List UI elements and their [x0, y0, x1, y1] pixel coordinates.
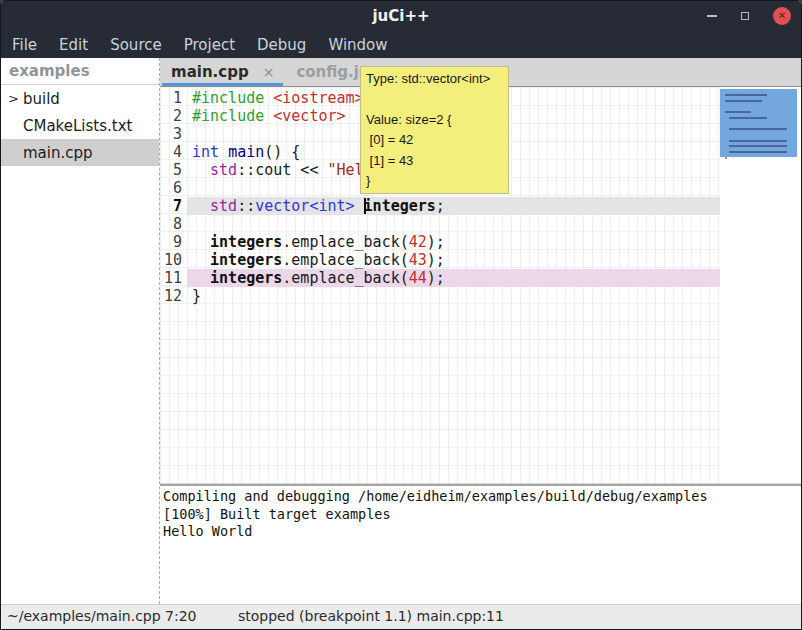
tooltip-line: [0] = 42 — [366, 130, 503, 150]
output-panel[interactable]: Compiling and debugging /home/eidheim/ex… — [160, 484, 801, 604]
line-number[interactable]: 8 — [160, 215, 187, 233]
output-line: Compiling and debugging /home/eidheim/ex… — [163, 488, 801, 506]
code-line-12[interactable]: 12} — [160, 287, 720, 305]
line-number[interactable]: 12 — [160, 287, 187, 305]
minimize-icon[interactable] — [707, 15, 717, 17]
window-controls: ✕ — [707, 1, 791, 31]
code-line-8[interactable]: 8 — [160, 215, 720, 233]
file-name: build — [23, 90, 60, 108]
file-name: CMakeLists.txt — [23, 117, 132, 135]
tooltip-line — [366, 89, 503, 109]
code-text — [187, 215, 720, 233]
minimap-viewport[interactable] — [720, 89, 797, 157]
status-bar: ~/examples/main.cpp 7:20 stopped (breakp… — [1, 604, 801, 629]
minimap-code-line — [729, 117, 766, 119]
minimap — [720, 87, 801, 483]
app-window: juCi++ ✕ FileEditSourceProjectDebugWindo… — [0, 0, 802, 630]
code-line-10[interactable]: 10 integers.emplace_back(43); — [160, 251, 720, 269]
tab-label: main.cpp — [171, 63, 249, 81]
minimap-code-line — [729, 145, 786, 147]
status-file-position: ~/examples/main.cpp 7:20 — [7, 608, 197, 624]
status-debug-state: stopped (breakpoint 1.1) main.cpp:11 — [238, 608, 504, 624]
code-text: std::vector<int> integers; — [187, 197, 720, 215]
line-number[interactable]: 2 — [160, 107, 187, 125]
close-icon[interactable]: ✕ — [773, 7, 791, 25]
text-cursor — [364, 198, 366, 214]
tab-close-icon[interactable]: × — [263, 64, 275, 80]
titlebar: juCi++ ✕ — [1, 1, 801, 31]
tooltip-line: Value: size=2 { — [366, 110, 503, 130]
code-text: } — [187, 287, 720, 305]
minimap-code-line — [725, 100, 762, 102]
minimap-code-line — [729, 140, 786, 142]
menu-item-project[interactable]: Project — [175, 36, 244, 54]
menu-item-source[interactable]: Source — [101, 36, 171, 54]
chevron-right-icon[interactable]: > — [8, 91, 19, 106]
output-line: [100%] Built target examples — [163, 506, 801, 524]
file-tree: >buildCMakeLists.txtmain.cpp — [1, 85, 159, 166]
minimap-code-line — [725, 94, 767, 96]
window-title: juCi++ — [372, 7, 429, 25]
file-tree-item-cmakelists-txt[interactable]: CMakeLists.txt — [1, 112, 159, 139]
line-number[interactable]: 7 — [160, 197, 187, 215]
menu-bar: FileEditSourceProjectDebugWindow — [1, 31, 801, 58]
file-tree-item-main-cpp[interactable]: main.cpp — [1, 139, 159, 166]
menu-item-file[interactable]: File — [3, 36, 46, 54]
tab-main-cpp[interactable]: main.cpp× — [160, 58, 285, 86]
line-number[interactable]: 4 — [160, 143, 187, 161]
minimap-code-line — [729, 151, 786, 153]
code-line-7[interactable]: 7 std::vector<int> integers; — [160, 197, 720, 215]
menu-item-debug[interactable]: Debug — [248, 36, 315, 54]
debug-value-tooltip: Type: std::vector<int> Value: size=2 { [… — [360, 66, 509, 194]
line-number[interactable]: 9 — [160, 233, 187, 251]
tooltip-line: Type: std::vector<int> — [366, 69, 503, 89]
line-number[interactable]: 10 — [160, 251, 187, 269]
tooltip-line: [1] = 43 — [366, 151, 503, 171]
output-line: Hello World — [163, 523, 801, 541]
menu-item-window[interactable]: Window — [319, 36, 396, 54]
code-text: integers.emplace_back(42); — [187, 233, 720, 251]
menu-item-edit[interactable]: Edit — [50, 36, 97, 54]
line-number[interactable]: 6 — [160, 179, 187, 197]
line-number[interactable]: 3 — [160, 125, 187, 143]
code-line-9[interactable]: 9 integers.emplace_back(42); — [160, 233, 720, 251]
code-text: integers.emplace_back(43); — [187, 251, 720, 269]
line-number[interactable]: 1 — [160, 89, 187, 107]
file-tree-panel: examples >buildCMakeLists.txtmain.cpp — [1, 58, 160, 604]
minimap-code-line — [729, 128, 786, 130]
file-tree-item-build[interactable]: >build — [1, 85, 159, 112]
file-name: main.cpp — [23, 144, 93, 162]
code-line-11[interactable]: 11 integers.emplace_back(44); — [160, 269, 720, 287]
minimap-code-line — [725, 111, 751, 113]
maximize-icon[interactable] — [741, 12, 749, 20]
line-number[interactable]: 11 — [160, 269, 187, 287]
minimap-code-line — [725, 157, 727, 159]
code-text: integers.emplace_back(44); — [187, 269, 720, 287]
line-number[interactable]: 5 — [160, 161, 187, 179]
project-name: examples — [1, 58, 159, 85]
tooltip-line: } — [366, 171, 503, 191]
